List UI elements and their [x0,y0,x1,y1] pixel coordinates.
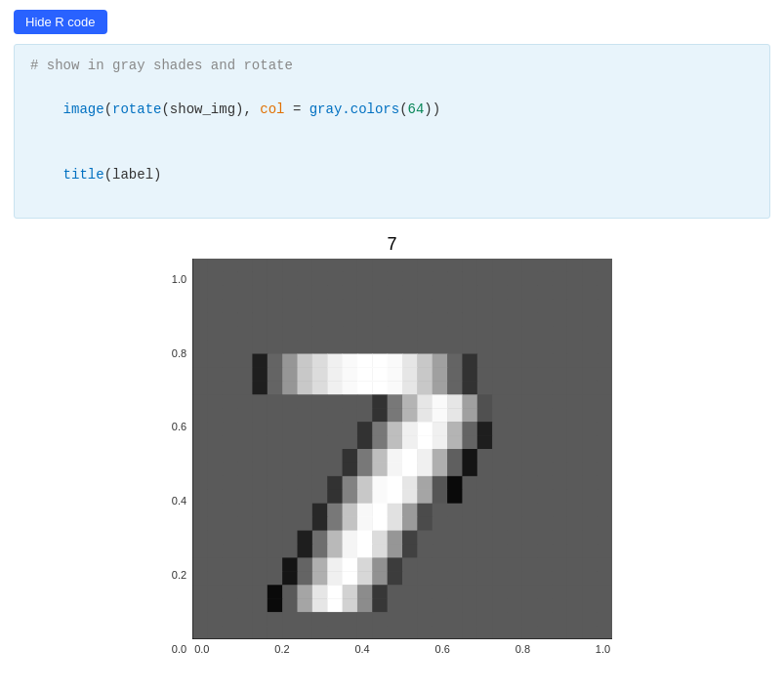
code-keyword-col: col [260,101,284,117]
x-label-0.6: 0.6 [435,643,450,655]
y-label-0.4: 0.4 [172,496,186,507]
y-axis: 1.0 0.8 0.6 0.4 0.2 0.0 [172,274,192,655]
y-label-0.8: 0.8 [172,348,186,359]
code-func-rotate: rotate [112,101,161,117]
chart-and-xaxis: 0.0 0.2 0.4 0.6 0.8 1.0 [192,259,612,655]
y-label-0.0: 0.0 [172,644,186,655]
code-line-2: image(rotate(show_img), col = gray.color… [30,76,754,142]
y-label-0.6: 0.6 [172,422,186,432]
code-line-1: # show in gray shades and rotate [30,55,754,76]
code-func-title: title [63,167,104,183]
x-axis: 0.0 0.2 0.4 0.6 0.8 1.0 [192,643,612,655]
y-label-0.2: 0.2 [172,570,186,581]
x-label-0.8: 0.8 [516,643,530,655]
y-label-1.0: 1.0 [172,274,186,285]
x-label-1.0: 1.0 [596,643,610,655]
code-line-3: title(label) [30,142,754,208]
code-number-64: 64 [408,101,425,117]
code-block: # show in gray shades and rotate image(r… [14,44,770,219]
plot-title: 7 [387,234,396,255]
plot-area: 1.0 0.8 0.6 0.4 0.2 0.0 0.0 0.2 0.4 0.6 … [172,259,612,655]
code-func-gray: gray.colors [309,101,399,117]
x-label-0.0: 0.0 [194,643,209,655]
plot-container: 7 1.0 0.8 0.6 0.4 0.2 0.0 0.0 0.2 0.4 0.… [0,234,784,655]
x-label-0.2: 0.2 [274,643,289,655]
x-label-0.4: 0.4 [354,643,369,655]
digit-canvas [192,259,612,639]
code-func-image: image [63,101,104,117]
hide-r-code-button[interactable]: Hide R code [14,10,107,34]
